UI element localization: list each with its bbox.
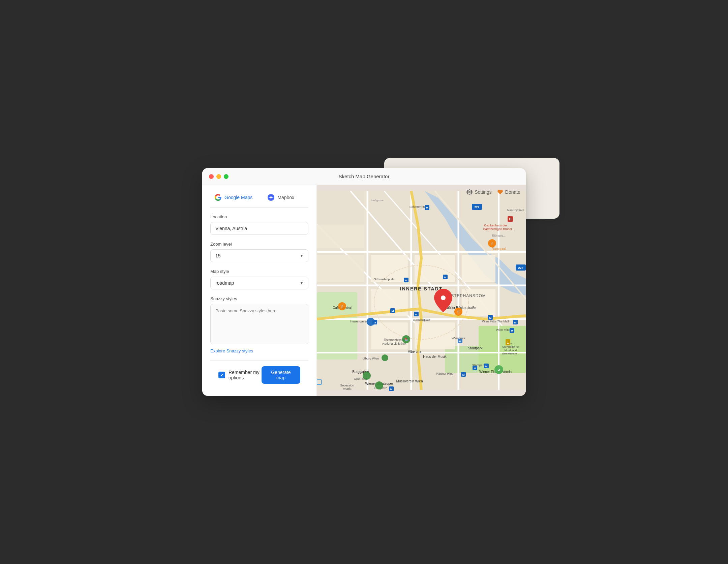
snazzy-label: Snazzy styles — [210, 296, 308, 301]
zoom-label: Zoom level — [210, 242, 308, 247]
svg-point-102 — [363, 372, 371, 380]
map-svg: Schottenring Hoftgasse M M M M — [317, 185, 526, 396]
left-panel: Google Maps — [202, 185, 317, 396]
svg-text:M: M — [390, 388, 393, 391]
settings-button[interactable]: Settings — [466, 189, 492, 195]
svg-point-103 — [375, 381, 383, 389]
settings-label: Settings — [475, 189, 492, 195]
svg-text:Kärtner Ring: Kärtner Ring — [436, 372, 454, 375]
svg-text:M: M — [426, 207, 428, 210]
map-style-group: Map style roadmap satellite terrain hybr… — [210, 269, 308, 289]
svg-text:Schottenring: Schottenring — [410, 205, 427, 209]
mapbox-icon — [267, 194, 275, 201]
main-content: Google Maps — [202, 185, 526, 396]
svg-text:⛸: ⛸ — [497, 368, 500, 372]
svg-text:Stadtpark: Stadtpark — [472, 364, 485, 367]
svg-text:darstellende...: darstellende... — [502, 352, 519, 355]
mapbox-label: Mapbox — [277, 195, 294, 200]
svg-text:Wien Mitte: Wien Mitte — [496, 328, 511, 332]
svg-text:M: M — [415, 313, 418, 316]
svg-rect-28 — [317, 255, 364, 282]
bottom-bar: ✓ Remember my options Generate map — [210, 361, 308, 389]
svg-text:M: M — [489, 316, 492, 319]
svg-text:Haus der Musik: Haus der Musik — [423, 355, 447, 358]
svg-text:🍴: 🍴 — [456, 310, 461, 314]
maximize-button[interactable] — [224, 174, 229, 179]
svg-text:Stephansplatz: Stephansplatz — [413, 318, 430, 321]
svg-text:Musikverein Wien: Musikverein Wien — [396, 379, 423, 383]
snazzy-textarea[interactable] — [210, 304, 308, 344]
svg-text:🍴: 🍴 — [490, 242, 494, 246]
svg-text:M: M — [444, 276, 447, 279]
title-bar: Sketch Map Generator — [202, 168, 526, 185]
svg-text:Hoftgasse: Hoftgasse — [371, 199, 384, 202]
svg-point-2 — [469, 191, 471, 193]
window-controls — [209, 174, 229, 179]
main-window: Sketch Map Generator — [202, 168, 526, 396]
donate-label: Donate — [505, 189, 520, 195]
zoom-select[interactable]: 10 11 12 13 14 15 16 17 18 — [210, 249, 308, 262]
location-label: Location — [210, 214, 308, 219]
mapbox-tab[interactable]: Mapbox — [263, 192, 298, 203]
svg-text:M: M — [462, 373, 465, 376]
map-style-select-wrapper: roadmap satellite terrain hybrid ▼ — [210, 277, 308, 289]
google-maps-tab[interactable]: Google Maps — [210, 192, 256, 203]
svg-text:P: P — [459, 340, 461, 343]
donate-heart-icon — [497, 189, 503, 195]
svg-text:M: M — [392, 310, 394, 313]
provider-tabs-left: Google Maps — [210, 192, 298, 203]
minimize-button[interactable] — [216, 174, 221, 179]
location-input[interactable] — [210, 222, 308, 235]
svg-point-112 — [441, 295, 446, 300]
svg-text:Secession: Secession — [340, 384, 354, 387]
window-title: Sketch Map Generator — [339, 174, 390, 179]
svg-text:Wien Mitte The Mall: Wien Mitte The Mall — [482, 320, 509, 323]
map-header-actions: Settings Donate — [466, 189, 520, 195]
svg-rect-23 — [462, 255, 495, 282]
settings-icon — [466, 189, 473, 195]
svg-text:227: 227 — [474, 206, 479, 209]
svg-text:1: 1 — [507, 341, 509, 344]
generate-map-button[interactable]: Generate map — [262, 366, 300, 384]
svg-text:Ramasuri: Ramasuri — [492, 247, 506, 251]
svg-text:Nationalbibliothek: Nationalbibliothek — [382, 342, 406, 345]
svg-text:Nestroyplatz: Nestroyplatz — [507, 209, 524, 212]
svg-point-101 — [382, 354, 388, 361]
svg-text:Österreichische: Österreichische — [384, 338, 405, 342]
svg-text:Stadtpark: Stadtpark — [468, 346, 483, 350]
svg-text:📚: 📚 — [404, 338, 408, 342]
donate-button[interactable]: Donate — [497, 189, 520, 195]
svg-text:Ettingsg...: Ettingsg... — [492, 234, 506, 237]
svg-text:M: M — [514, 321, 517, 324]
snazzy-link[interactable]: Explore Snazzy styles — [210, 348, 253, 353]
svg-text:ofburg Wien: ofburg Wien — [363, 357, 379, 360]
svg-point-106 — [367, 318, 375, 326]
svg-text:M: M — [474, 367, 476, 370]
remember-label: Remember my options — [229, 370, 262, 380]
svg-text:Universität für: Universität für — [502, 345, 519, 348]
svg-text:227: 227 — [518, 266, 523, 270]
location-group: Location — [210, 214, 308, 235]
svg-text:H: H — [509, 217, 511, 221]
google-g-icon — [214, 194, 222, 201]
svg-point-1 — [270, 196, 272, 198]
remember-checkbox[interactable]: ✓ Remember my options — [218, 370, 262, 380]
svg-text:Albertina: Albertina — [408, 350, 421, 353]
map-panel: Settings Donate — [317, 185, 526, 396]
svg-rect-27 — [317, 225, 364, 248]
svg-text:Barmherzigen Brüder...: Barmherzigen Brüder... — [483, 227, 515, 231]
svg-text:INNERE STADT: INNERE STADT — [400, 286, 443, 291]
svg-text:M: M — [485, 365, 488, 368]
svg-text:STEPHANSDOM: STEPHANSDOM — [451, 293, 486, 298]
close-button[interactable] — [209, 174, 214, 179]
map-style-select[interactable]: roadmap satellite terrain hybrid — [210, 277, 308, 289]
provider-tabs: Google Maps — [210, 192, 308, 208]
map-style-label: Map style — [210, 269, 308, 274]
svg-text:Herrengasse: Herrengasse — [350, 320, 368, 323]
google-maps-label: Google Maps — [224, 195, 252, 200]
checkbox-checked-icon: ✓ — [218, 372, 225, 378]
svg-text:rmarkt: rmarkt — [343, 387, 352, 390]
svg-text:M: M — [405, 279, 407, 282]
svg-text:M: M — [511, 330, 513, 333]
zoom-select-wrapper: 10 11 12 13 14 15 16 17 18 ▼ — [210, 249, 308, 262]
